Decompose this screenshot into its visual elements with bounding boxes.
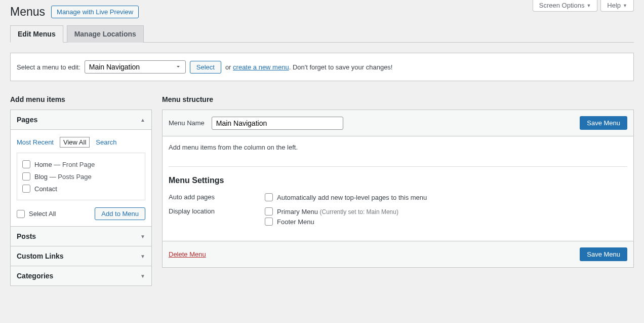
add-to-menu-button[interactable]: Add to Menu <box>95 207 145 220</box>
select-label: Select a menu to edit: <box>17 63 80 71</box>
caret-down-icon: ▼ <box>623 3 627 8</box>
location-primary[interactable]: Primary Menu (Currently set to: Main Men… <box>265 206 398 217</box>
or-text: or create a new menu. Don't forget to sa… <box>225 63 393 71</box>
nav-tabs: Edit Menus Manage Locations <box>10 25 634 43</box>
help-button[interactable]: Help ▼ <box>600 0 634 12</box>
page-checkbox[interactable] <box>22 185 30 193</box>
page-item[interactable]: Home — Front Page <box>22 158 140 170</box>
live-preview-button[interactable]: Manage with Live Preview <box>51 6 139 18</box>
screen-options-button[interactable]: Screen Options ▼ <box>533 0 598 12</box>
location-footer[interactable]: Footer Menu <box>265 217 398 227</box>
caret-up-icon: ▲ <box>140 117 145 123</box>
menu-name-label: Menu Name <box>169 119 205 127</box>
auto-add-label: Auto add pages <box>169 192 255 201</box>
help-label: Help <box>607 2 621 9</box>
auto-add-checkbox[interactable] <box>265 193 273 201</box>
caret-down-icon: ▼ <box>140 273 145 279</box>
accordion-pages-body: Most Recent View All Search Home — Front… <box>11 129 151 226</box>
add-items-title: Add menu items <box>10 95 152 103</box>
accordion: Pages ▲ Most Recent View All Search Home… <box>10 110 152 286</box>
tab-manage-locations[interactable]: Manage Locations <box>67 25 144 43</box>
accordion-categories-head[interactable]: Categories ▼ <box>11 266 151 285</box>
divider <box>169 166 627 167</box>
save-menu-button-bottom[interactable]: Save Menu <box>580 247 627 261</box>
tab-edit-menus[interactable]: Edit Menus <box>10 25 63 43</box>
screen-options-label: Screen Options <box>539 2 585 9</box>
menu-box: Menu Name Save Menu Add menu items from … <box>162 110 634 268</box>
location-checkbox[interactable] <box>265 207 273 216</box>
page-list: Home — Front Page Blog — Posts Page Cont… <box>17 153 145 200</box>
pages-tab-recent[interactable]: Most Recent <box>17 138 54 146</box>
select-button[interactable]: Select <box>190 61 221 74</box>
menu-select-bar: Select a menu to edit: Main Navigation S… <box>10 53 634 81</box>
menu-structure-title: Menu structure <box>162 95 634 103</box>
save-menu-button-top[interactable]: Save Menu <box>580 116 627 130</box>
auto-add-option[interactable]: Automatically add new top-level pages to… <box>265 192 427 202</box>
empty-hint: Add menu items from the column on the le… <box>169 143 627 151</box>
accordion-custom-links-head[interactable]: Custom Links ▼ <box>11 246 151 266</box>
caret-down-icon: ▼ <box>586 3 591 8</box>
accordion-pages-label: Pages <box>17 116 37 124</box>
delete-menu-link[interactable]: Delete Menu <box>169 250 206 258</box>
page-item[interactable]: Contact <box>22 183 140 195</box>
pages-tab-view-all[interactable]: View All <box>60 137 90 148</box>
display-location-label: Display location <box>169 206 255 215</box>
menu-name-input[interactable] <box>212 117 343 130</box>
caret-down-icon: ▼ <box>140 234 145 239</box>
select-all-checkbox[interactable] <box>17 210 25 218</box>
menu-select[interactable]: Main Navigation <box>85 60 186 74</box>
page-item[interactable]: Blog — Posts Page <box>22 170 140 183</box>
page-title: Menus <box>10 5 45 19</box>
accordion-posts-head[interactable]: Posts ▼ <box>11 226 151 246</box>
location-checkbox[interactable] <box>265 218 273 226</box>
page-checkbox[interactable] <box>22 172 30 181</box>
pages-tab-search[interactable]: Search <box>96 138 116 146</box>
create-menu-link[interactable]: create a new menu <box>233 63 289 71</box>
accordion-pages-head[interactable]: Pages ▲ <box>11 110 151 129</box>
page-checkbox[interactable] <box>22 160 30 168</box>
select-all[interactable]: Select All <box>17 210 56 218</box>
menu-settings-title: Menu Settings <box>169 176 627 185</box>
caret-down-icon: ▼ <box>140 254 145 259</box>
